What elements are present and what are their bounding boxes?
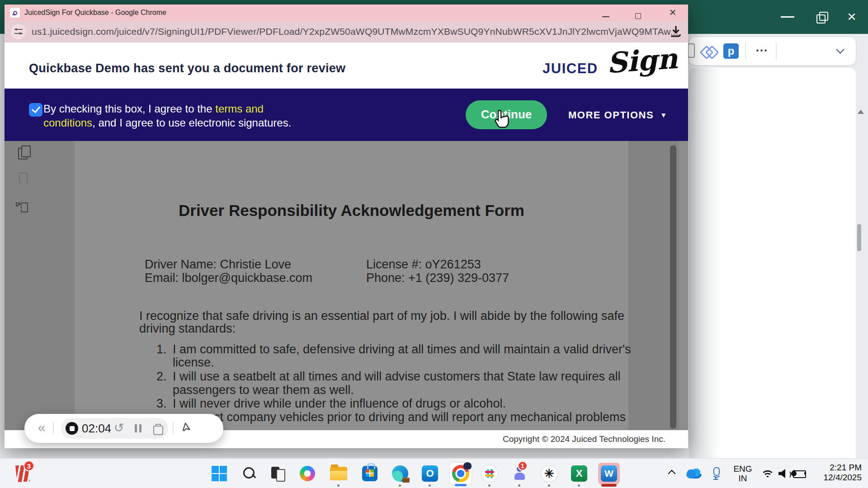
toolbar-divider <box>745 42 746 60</box>
driver-name-field: Driver Name: Christie Love <box>145 258 291 272</box>
taskbar-item-task-view[interactable] <box>269 465 287 483</box>
microphone-icon[interactable] <box>712 467 719 480</box>
clock[interactable]: 2:21 PM 12/4/2025 <box>823 463 862 483</box>
consent-line2-white: , and I agree to use electronic signatur… <box>92 117 291 129</box>
battery-pen-icon[interactable] <box>792 469 807 477</box>
chrome-minimize-button[interactable] <box>602 16 609 17</box>
pdf-viewer: Driver Responsibility Acknowledgement Fo… <box>5 141 688 430</box>
taskbar-item-edge[interactable] <box>391 465 409 483</box>
recorder-collapse-icon[interactable]: « <box>33 414 50 443</box>
chrome-popup-window: JuicedSign For Quickbase - Google Chrome… <box>5 5 688 448</box>
pdf-scrollbar-track[interactable] <box>679 141 688 430</box>
cursor-highlight-icon[interactable] <box>182 422 194 434</box>
terms-link-part2[interactable]: conditions <box>43 117 92 129</box>
item2-line1: I will use a seatbelt at all times and w… <box>173 370 620 384</box>
taskbar-item-word[interactable]: W <box>600 465 618 483</box>
slack-icon <box>481 465 498 482</box>
tray-time: 2:21 PM <box>823 463 862 473</box>
page-extract-icon[interactable] <box>21 202 28 212</box>
teams-badge: 1 <box>518 461 528 471</box>
juicedsign-favicon <box>10 8 20 18</box>
language-line1: ENG <box>730 464 755 474</box>
toolbar-divider <box>776 42 777 60</box>
file-explorer-icon <box>330 467 347 480</box>
taskbar: 3 O 1 ✳ X W ENG IN 2:21 PM 12/4/2025 <box>0 458 868 488</box>
intro-line2: driving standards: <box>139 322 236 336</box>
word-document-canvas <box>689 68 856 458</box>
word-close-button[interactable]: × <box>842 6 862 27</box>
item2-line2: passengers to wear them as well. <box>173 383 354 397</box>
wifi-icon[interactable] <box>760 469 775 477</box>
running-indicator-dot <box>518 484 520 487</box>
language-line2: IN <box>730 474 755 483</box>
tune-icon <box>14 28 23 35</box>
consent-text: By checking this box, I agree to the ter… <box>43 102 315 130</box>
pause-recording-icon[interactable] <box>135 424 142 432</box>
taskbar-item-chatgpt[interactable]: ✳ <box>540 465 558 483</box>
more-options-caret-icon: ▼ <box>660 111 667 119</box>
taskbar-item-start[interactable] <box>210 465 228 483</box>
terms-link-part1[interactable]: terms and <box>215 103 264 115</box>
stop-recording-button[interactable] <box>66 422 78 435</box>
chatgpt-icon: ✳ <box>541 465 557 482</box>
more-options-button[interactable]: MORE OPTIONS▼ <box>568 108 667 123</box>
tray-date: 12/4/2025 <box>823 473 862 483</box>
word-scrollbar-thumb[interactable] <box>857 224 861 251</box>
copyright-text: Copyright © 2024 Juiced Technologies Inc… <box>503 430 665 448</box>
running-indicator-dot <box>548 484 550 487</box>
delete-recording-icon[interactable] <box>153 424 162 433</box>
speaker-icon[interactable] <box>778 469 790 478</box>
taskbar-item-outlook[interactable]: O <box>421 465 439 483</box>
onedrive-icon[interactable] <box>686 469 702 479</box>
word-restore-button[interactable] <box>816 12 827 23</box>
pdf-page: Driver Responsibility Acknowledgement Fo… <box>75 141 628 430</box>
taskbar-item-search[interactable] <box>241 465 259 483</box>
task-view-icon <box>270 466 285 481</box>
recorder-divider <box>53 422 54 435</box>
outlook-icon: O <box>422 465 438 482</box>
url-text[interactable]: us1.juicedsign.com/juiced/v7/SigningUI1/… <box>32 21 679 42</box>
pen-icon <box>790 470 798 478</box>
addin-interlock-icon[interactable] <box>702 44 716 59</box>
screen-recorder-toolbar: « 02:04 ↺ <box>24 414 223 443</box>
overflow-menu-icon[interactable]: ••• <box>750 42 774 60</box>
taskbar-item-file-explorer[interactable] <box>330 465 348 483</box>
clipboard-icon[interactable] <box>688 43 695 58</box>
pdf-scrollbar-thumb[interactable] <box>670 145 676 429</box>
chevron-up-icon <box>668 470 676 478</box>
taskbar-item-store[interactable] <box>361 465 379 483</box>
recording-timer: 02:04 <box>82 418 111 439</box>
taskbar-item-slack[interactable] <box>481 465 499 483</box>
license-field: License #: oY261253 <box>366 258 481 272</box>
mouse-hand-cursor <box>493 108 511 129</box>
recorder-divider <box>173 422 174 435</box>
download-icon[interactable] <box>669 25 683 38</box>
bookmark-icon[interactable] <box>19 173 28 184</box>
language-indicator[interactable]: ENG IN <box>730 464 755 483</box>
notification-badge: 3 <box>24 460 34 471</box>
p-addin-icon[interactable]: p <box>723 43 739 59</box>
taskbar-item-chrome[interactable] <box>452 465 470 483</box>
terms-checkbox[interactable] <box>29 103 42 117</box>
chrome-close-button[interactable]: × <box>664 5 682 21</box>
excel-icon: X <box>571 465 587 482</box>
logo-sign-script: Sign <box>606 42 679 80</box>
word-scroll-up-icon[interactable] <box>858 110 864 114</box>
chrome-profile-overlay <box>463 462 472 469</box>
logo-juiced-text: JUICED <box>542 61 598 77</box>
email-field: Email: lbolger@quickbase.com <box>145 271 312 285</box>
taskbar-item-excel[interactable]: X <box>570 465 588 483</box>
taskbar-item-copilot[interactable] <box>298 465 316 483</box>
microsoft-store-icon <box>362 466 377 481</box>
chrome-maximize-button[interactable] <box>635 13 641 19</box>
window-title: JuicedSign For Quickbase - Google Chrome <box>24 5 166 21</box>
word-minimize-button[interactable] <box>781 16 794 18</box>
document-title: Driver Responsibility Acknowledgement Fo… <box>75 202 628 220</box>
running-indicator-dot <box>578 484 580 487</box>
intro-line1: I recognize that safe driving is an esse… <box>139 309 624 323</box>
page-thumbnails-icon[interactable] <box>18 145 30 158</box>
running-indicator-dot <box>337 484 340 487</box>
phone-field: Phone: +1 (239) 329-0377 <box>366 271 509 285</box>
more-options-label: MORE OPTIONS <box>568 109 654 121</box>
restart-recording-icon[interactable]: ↺ <box>112 418 126 439</box>
